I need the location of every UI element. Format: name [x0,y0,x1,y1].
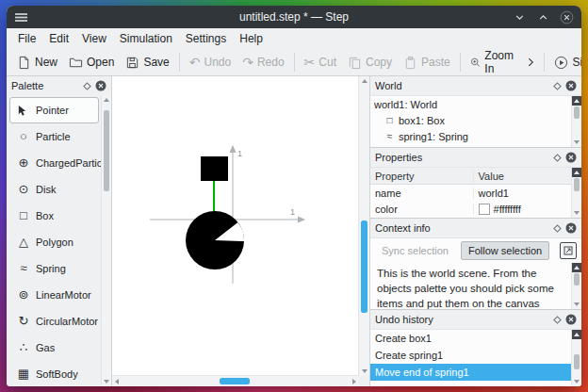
scroll-up-button[interactable] [572,168,581,177]
list-item-selected[interactable]: Move end of spring1 [370,364,581,381]
canvas-horizontal-scrollbar[interactable] [112,375,359,386]
menu-view[interactable]: View [75,30,113,47]
tree-item-spring1[interactable]: ≈ spring1: Spring [370,128,581,144]
save-button[interactable]: Save [120,53,174,73]
scroll-left-button[interactable] [112,376,122,386]
scroll-down-button[interactable] [102,377,111,386]
undo-scrollbar[interactable] [571,330,581,386]
box1-shape[interactable] [201,156,228,181]
menu-help[interactable]: Help [233,30,270,47]
close-button[interactable] [559,9,574,24]
scroll-down-button[interactable] [572,300,581,309]
float-icon[interactable] [553,224,562,233]
simulate-button-label: Simulate [572,56,581,69]
scroll-track[interactable] [572,106,581,138]
float-icon[interactable] [553,316,562,324]
property-value-cell: #ffffffff [474,204,581,215]
palette-item-disk[interactable]: ⊙ Disk [9,176,99,203]
cut-button[interactable]: ✂ Cut [299,53,342,72]
scroll-up-button[interactable] [572,263,581,272]
palette-item-gas[interactable]: ∴ Gas [9,335,99,361]
redo-button[interactable]: ↷ Redo [237,53,289,72]
scroll-down-button[interactable] [572,138,581,147]
minimize-button[interactable] [512,9,527,24]
linear-motor-icon: ⊚ [17,288,30,302]
sync-selection-button[interactable]: Sync selection [375,242,455,259]
menu-file[interactable]: File [11,30,42,47]
scroll-track[interactable] [122,376,350,386]
menu-simulation[interactable]: Simulation [113,30,179,47]
close-icon[interactable] [95,80,106,91]
world-scrollbar[interactable] [571,96,581,147]
palette-item-spring[interactable]: ≈ Spring [9,255,99,282]
palette-item-pointer[interactable]: Pointer [9,97,99,123]
scroll-track[interactable] [359,86,369,367]
scroll-down-button[interactable] [572,208,581,218]
simulate-button[interactable]: Simulate [548,53,581,73]
palette-item-polygon[interactable]: △ Polygon [9,229,99,255]
palette-panel: Palette Pointer ○ Particle ⊕ [7,76,112,386]
scroll-right-button[interactable] [350,376,359,386]
save-icon [125,56,139,70]
palette-item-soft-body[interactable]: ▦ SoftBody [9,361,99,386]
scroll-track[interactable] [102,105,111,377]
table-row[interactable]: name world1 [370,185,581,201]
close-icon[interactable] [565,314,577,325]
scroll-handle[interactable] [220,378,249,384]
maximize-button[interactable] [535,9,550,24]
close-icon[interactable] [565,152,577,163]
copy-button[interactable]: Copy [342,53,398,73]
scroll-up-button[interactable] [572,96,581,106]
follow-selection-button[interactable]: Follow selection [461,241,549,260]
tree-item-world1[interactable]: world1: World [370,96,581,112]
scroll-up-button[interactable] [359,76,369,86]
float-icon[interactable] [83,82,91,90]
undo-button[interactable]: ↶ Undo [184,53,237,72]
list-item[interactable]: Create box1 [370,330,581,347]
column-header-property[interactable]: Property [370,171,474,182]
simulation-canvas[interactable]: 1 1 [112,76,369,386]
context-scrollbar[interactable] [571,263,581,309]
scroll-handle[interactable] [574,106,580,119]
scroll-handle[interactable] [574,354,580,369]
scroll-down-button[interactable] [572,377,581,386]
palette-scrollbar[interactable] [101,95,111,386]
list-item[interactable]: Create spring1 [370,347,581,364]
app-menu-icon[interactable] [15,11,27,24]
close-icon[interactable] [565,80,577,91]
context-browser-button[interactable] [560,242,577,259]
scroll-handle[interactable] [104,110,109,192]
scroll-track[interactable] [572,177,581,208]
toolbar: New Open Save ↶ Undo ↷ Redo ✂ Cut Copy [7,49,581,76]
toolbar-extension-button[interactable] [522,54,540,71]
palette-item-circular-motor[interactable]: ↻ CircularMotor [9,308,99,335]
palette-item-box[interactable]: □ Box [9,203,99,229]
paste-button[interactable]: Paste [398,53,456,73]
scroll-track[interactable] [572,272,581,300]
menu-edit[interactable]: Edit [42,30,75,47]
open-button[interactable]: Open [63,53,120,73]
palette-item-particle[interactable]: ○ Particle [9,123,99,150]
tree-item-label: box1: Box [399,115,445,126]
zoom-in-button[interactable]: Zoom In [465,46,523,78]
tree-item-box1[interactable]: □ box1: Box [370,112,581,128]
float-icon[interactable] [553,82,562,90]
close-icon[interactable] [565,222,577,234]
table-row[interactable]: color #ffffffff [370,201,581,217]
properties-scrollbar[interactable] [571,168,581,218]
menu-settings[interactable]: Settings [179,30,233,47]
scroll-up-button[interactable] [102,95,111,105]
column-header-value[interactable]: Value [474,171,581,182]
canvas-vertical-scrollbar[interactable] [358,76,369,376]
scroll-handle[interactable] [574,273,580,286]
scroll-down-button[interactable] [359,367,369,376]
palette-item-linear-motor[interactable]: ⊚ LinearMotor [9,282,99,308]
float-icon[interactable] [553,154,562,162]
scroll-handle[interactable] [361,220,368,313]
scroll-track[interactable] [572,339,581,377]
new-button[interactable]: New [11,53,63,73]
scroll-up-button[interactable] [572,330,581,339]
palette-item-charged-particle[interactable]: ⊕ ChargedParticle [9,150,99,176]
scroll-handle[interactable] [574,178,580,190]
context-button-row: Sync selection Follow selection [370,237,581,263]
